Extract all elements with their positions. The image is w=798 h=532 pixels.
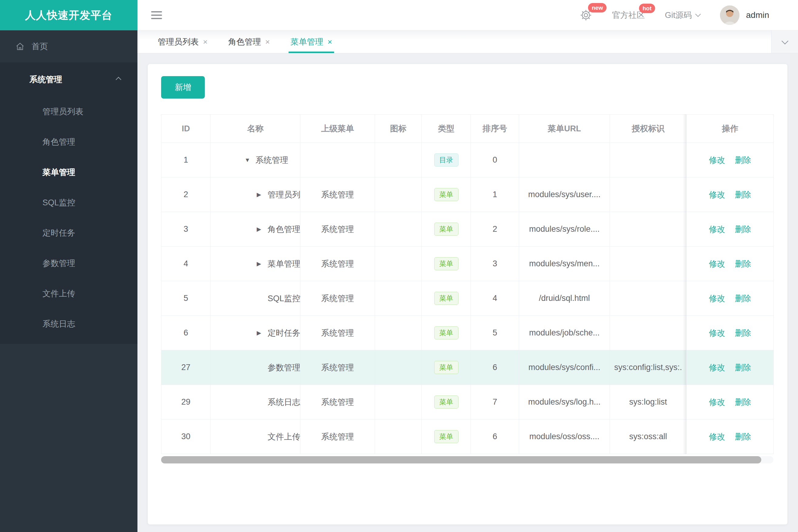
cell-type: 菜单 [422, 419, 471, 454]
table-row[interactable]: 1 ▼系统管理 目录 0 修改 删除 [162, 143, 774, 177]
cell-type: 菜单 [422, 385, 471, 419]
cell-icon [375, 385, 422, 419]
vertical-scrollbar-gutter[interactable] [790, 54, 798, 532]
cell-icon [375, 350, 422, 385]
cell-icon [375, 177, 422, 212]
horizontal-scrollbar [161, 456, 774, 463]
edit-link[interactable]: 修改 [709, 328, 725, 338]
sidebar-item-role-mgmt[interactable]: 角色管理 [0, 127, 137, 157]
new-badge: new [588, 3, 607, 13]
delete-link[interactable]: 删除 [735, 294, 751, 303]
table-row[interactable]: 4 ▶菜单管理 系统管理 菜单 3 modules/sys/men... 修改 … [162, 247, 774, 281]
cell-menu-url: modules/sys/user.... [519, 177, 610, 212]
close-icon[interactable]: × [203, 38, 207, 46]
cell-id: 4 [162, 247, 210, 281]
git-source-dropdown[interactable]: Git源码 [665, 10, 700, 21]
cell-name: ▶管理员列表 [210, 177, 300, 212]
cell-parent-menu: 系统管理 [300, 247, 375, 281]
user-menu[interactable]: admin [720, 5, 769, 25]
cell-type: 目录 [422, 143, 471, 177]
cell-id: 3 [162, 212, 210, 247]
col-name: 名称 [210, 115, 300, 143]
cell-icon [375, 212, 422, 247]
close-icon[interactable]: × [328, 38, 332, 46]
cell-menu-url: modules/job/sche... [519, 316, 610, 350]
tree-expand-icon[interactable]: ▶ [257, 329, 267, 336]
cell-perms: sys:oss:all [610, 419, 687, 454]
content-card: 新增 ID 名称 上级菜单 图标 类型 排序号 菜单URL [147, 64, 788, 525]
settings-button[interactable]: new [580, 9, 592, 21]
tab-list-dropdown-button[interactable] [771, 30, 798, 53]
add-button[interactable]: 新增 [161, 76, 205, 99]
cell-menu-url: /druid/sql.html [519, 281, 610, 316]
cell-menu-url: modules/sys/role.... [519, 212, 610, 247]
tree-expand-icon[interactable]: ▼ [244, 157, 256, 164]
edit-link[interactable]: 修改 [709, 398, 725, 407]
tab-menu-mgmt[interactable]: 菜单管理× [290, 30, 332, 53]
delete-link[interactable]: 删除 [735, 156, 751, 165]
delete-link[interactable]: 删除 [735, 259, 751, 268]
tree-expand-icon[interactable]: ▶ [257, 260, 267, 267]
cell-id: 1 [162, 143, 210, 177]
delete-link[interactable]: 删除 [735, 363, 751, 372]
cell-actions: 修改 删除 [687, 177, 774, 212]
avatar-image [720, 5, 739, 25]
cell-name: 参数管理 [210, 350, 300, 385]
cell-name: ▶定时任务 [210, 316, 300, 350]
cell-sort: 6 [471, 350, 519, 385]
tab-bar: 管理员列表× 角色管理× 菜单管理× [137, 30, 798, 53]
edit-link[interactable]: 修改 [709, 432, 725, 441]
table-row[interactable]: 27 参数管理 系统管理 菜单 6 modules/sys/confi... s… [162, 350, 774, 385]
sidebar-item-system-log[interactable]: 系统日志 [0, 309, 137, 339]
delete-link[interactable]: 删除 [735, 225, 751, 234]
cell-id: 29 [162, 385, 210, 419]
cell-name: 系统日志 [210, 385, 300, 419]
col-menu-url: 菜单URL [519, 115, 610, 143]
table-row[interactable]: 6 ▶定时任务 系统管理 菜单 5 modules/job/sche... 修改… [162, 316, 774, 350]
delete-link[interactable]: 删除 [735, 190, 751, 199]
table-row[interactable]: 5 SQL监控 系统管理 菜单 4 /druid/sql.html 修改 删除 [162, 281, 774, 316]
table-row[interactable]: 3 ▶角色管理 系统管理 菜单 2 modules/sys/role.... 修… [162, 212, 774, 247]
sidebar-item-menu-mgmt[interactable]: 菜单管理 [0, 157, 137, 187]
cell-name: ▶菜单管理 [210, 247, 300, 281]
tab-admin-list[interactable]: 管理员列表× [158, 30, 207, 53]
sidebar-item-home[interactable]: 首页 [0, 30, 137, 62]
table-row[interactable]: 29 系统日志 系统管理 菜单 7 modules/sys/log.h... s… [162, 385, 774, 419]
sidebar-group-title[interactable]: 系统管理 [0, 62, 137, 96]
sidebar-item-param-mgmt[interactable]: 参数管理 [0, 248, 137, 279]
delete-link[interactable]: 删除 [735, 432, 751, 441]
edit-link[interactable]: 修改 [709, 294, 725, 303]
edit-link[interactable]: 修改 [709, 363, 725, 372]
cell-icon [375, 281, 422, 316]
community-link[interactable]: 官方社区 hot [612, 10, 645, 21]
sidebar-toggle-icon[interactable] [151, 9, 163, 21]
edit-link[interactable]: 修改 [709, 190, 725, 199]
git-source-label: Git源码 [665, 10, 692, 21]
cell-sort: 5 [471, 316, 519, 350]
chevron-down-icon [781, 37, 788, 44]
type-tag: 菜单 [434, 326, 459, 339]
sidebar-item-scheduled-tasks[interactable]: 定时任务 [0, 218, 137, 248]
tree-expand-icon[interactable]: ▶ [257, 191, 267, 198]
cell-type: 菜单 [422, 350, 471, 385]
brand-logo: 人人快速开发平台 [0, 0, 137, 30]
edit-link[interactable]: 修改 [709, 225, 725, 234]
tab-role-mgmt[interactable]: 角色管理× [228, 30, 270, 53]
sidebar-item-admin-list[interactable]: 管理员列表 [0, 96, 137, 127]
cell-sort: 6 [471, 419, 519, 454]
close-icon[interactable]: × [265, 38, 270, 46]
delete-link[interactable]: 删除 [735, 398, 751, 407]
cell-icon [375, 419, 422, 454]
table-row[interactable]: 2 ▶管理员列表 系统管理 菜单 1 modules/sys/user.... … [162, 177, 774, 212]
cell-menu-url: modules/sys/confi... [519, 350, 610, 385]
sidebar-item-sql-monitor[interactable]: SQL监控 [0, 187, 137, 218]
cell-actions: 修改 删除 [687, 419, 774, 454]
delete-link[interactable]: 删除 [735, 328, 751, 338]
type-tag: 菜单 [434, 257, 459, 270]
sidebar-item-file-upload[interactable]: 文件上传 [0, 279, 137, 309]
edit-link[interactable]: 修改 [709, 156, 725, 165]
edit-link[interactable]: 修改 [709, 259, 725, 268]
tree-expand-icon[interactable]: ▶ [257, 226, 267, 233]
table-row[interactable]: 30 文件上传 系统管理 菜单 6 modules/oss/oss.... sy… [162, 419, 774, 454]
horizontal-scrollbar-thumb[interactable] [161, 456, 761, 463]
